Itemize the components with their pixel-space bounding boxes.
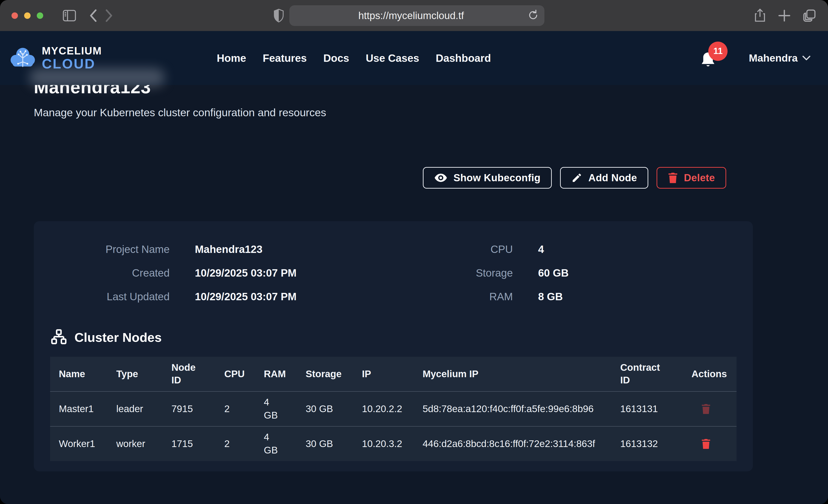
trash-icon [701,404,711,414]
cluster-info-card: Project Name Mahendra123 Created 10/29/2… [34,221,753,471]
cell-cpu: 2 [215,426,255,461]
ram-value: 8 GB [538,290,563,303]
cell-name: Worker1 [50,426,108,461]
brand-name-bottom: CLOUD [42,57,102,71]
cluster-nodes-header: Cluster Nodes [50,328,737,346]
nav-link-docs[interactable]: Docs [323,52,349,64]
column-header-ip: IP [353,357,414,391]
forward-icon[interactable] [104,9,114,22]
table-row: Master1 leader 7915 2 4 GB 30 GB 10.20.2… [50,391,737,426]
last-updated-field: Last Updated 10/29/2025 03:07 PM [50,285,394,308]
cell-node-id: 1715 [163,426,215,461]
privacy-shield-icon[interactable] [273,9,284,23]
created-label: Created [50,267,170,279]
cell-name: Master1 [50,391,108,426]
brand-name-top: MYCELIUM [42,45,102,56]
zoom-window-button[interactable] [37,12,43,19]
trash-icon [668,172,678,183]
notification-count-badge: 11 [708,42,728,61]
delete-node-button[interactable] [701,438,711,449]
nav-link-home[interactable]: Home [217,52,246,64]
nav-link-dashboard[interactable]: Dashboard [436,52,491,64]
brand-logo[interactable]: MYCELIUM CLOUD [9,44,102,72]
minimize-window-button[interactable] [24,12,31,19]
cell-ram-value: 4 GB [264,396,279,422]
cell-node-id: 7915 [163,391,215,426]
project-name-field: Project Name Mahendra123 [50,237,394,261]
column-header-cpu: CPU [215,357,255,391]
share-icon[interactable] [754,8,766,23]
project-name-label: Project Name [50,243,170,255]
nav-links: Home Features Docs Use Cases Dashboard [217,52,491,64]
browser-toolbar [0,0,828,31]
delete-label: Delete [684,172,715,183]
add-node-button[interactable]: Add Node [560,167,648,188]
cell-ip: 10.20.2.2 [353,391,414,426]
ram-label: RAM [394,290,513,303]
traffic-lights [11,12,43,19]
tab-overview-icon[interactable] [803,9,816,22]
delete-node-button[interactable] [701,404,711,414]
page-subtitle: Manage your Kubernetes cluster configura… [34,85,828,119]
created-field: Created 10/29/2025 03:07 PM [50,261,394,285]
user-name: Mahendra [749,52,798,64]
column-header-ram: RAM [255,357,297,391]
cpu-field: CPU 4 [394,237,737,261]
url-input[interactable] [289,10,544,22]
cluster-info-right-column: CPU 4 Storage 60 GB RAM 8 GB [394,237,737,308]
cell-type: leader [108,391,163,426]
close-window-button[interactable] [11,12,18,19]
cluster-nodes-table: Name Type Node ID CPU RAM Storage IP Myc… [50,357,737,461]
sidebar-toggle-icon[interactable] [63,10,76,22]
chevron-down-icon [802,55,811,61]
column-header-actions: Actions [683,357,737,391]
back-icon[interactable] [89,9,98,22]
mycelium-cloud-logo-icon [9,44,37,72]
address-bar[interactable] [289,5,544,26]
show-kubeconfig-button[interactable]: Show Kubeconfig [423,167,552,188]
created-value: 10/29/2025 03:07 PM [195,267,296,279]
cluster-actions-row: Show Kubeconfig Add Node Delete [34,167,753,188]
column-header-mycelium-ip: Mycelium IP [414,357,612,391]
cell-type: worker [108,426,163,461]
cluster-detail-page: Mahendra123 Manage your Kubernetes clust… [0,85,828,504]
cell-ram-value: 4 GB [264,431,279,457]
page-title: Mahendra123 [34,85,151,96]
column-header-contract-id: Contract ID [612,357,683,391]
cell-cpu: 2 [215,391,255,426]
project-name-value: Mahendra123 [195,243,262,255]
column-header-type: Type [108,357,163,391]
site-navbar: MYCELIUM CLOUD Home Features Docs Use Ca… [0,31,828,85]
cell-contract-id: 1613132 [612,426,683,461]
new-tab-icon[interactable] [778,9,791,22]
user-menu[interactable]: Mahendra [747,52,812,64]
navbar-right: 11 Mahendra [699,44,812,72]
cell-storage: 30 GB [297,391,353,426]
cpu-value: 4 [538,243,544,255]
cell-actions [683,426,737,461]
cluster-nodes-title: Cluster Nodes [75,330,162,345]
browser-window: MYCELIUM CLOUD Home Features Docs Use Ca… [0,0,828,504]
add-node-label: Add Node [588,172,637,183]
table-row: Worker1 worker 1715 2 4 GB 30 GB 10.20.3… [50,426,737,461]
show-kubeconfig-label: Show Kubeconfig [453,172,540,183]
cell-ram: 4 GB [255,426,297,461]
column-header-node-id: Node ID [163,357,215,391]
cluster-info-left-column: Project Name Mahendra123 Created 10/29/2… [50,237,394,308]
nav-link-use-cases[interactable]: Use Cases [366,52,419,64]
delete-cluster-button[interactable]: Delete [657,167,726,188]
table-header-row: Name Type Node ID CPU RAM Storage IP Myc… [50,357,737,391]
cell-ram: 4 GB [255,391,297,426]
notifications-button[interactable]: 11 [699,44,720,72]
cell-storage: 30 GB [297,426,353,461]
trash-icon [701,438,711,449]
last-updated-label: Last Updated [50,290,170,303]
cell-mycelium-ip: 5d8:78ea:a120:f40c:ff0f:a5fe:99e6:8b96 [414,391,612,426]
storage-label: Storage [394,267,513,279]
eye-icon [434,172,448,183]
nav-link-features[interactable]: Features [263,52,307,64]
reload-icon[interactable] [528,9,538,22]
cell-ip: 10.20.3.2 [353,426,414,461]
ram-field: RAM 8 GB [394,285,737,308]
cell-contract-id: 1613131 [612,391,683,426]
